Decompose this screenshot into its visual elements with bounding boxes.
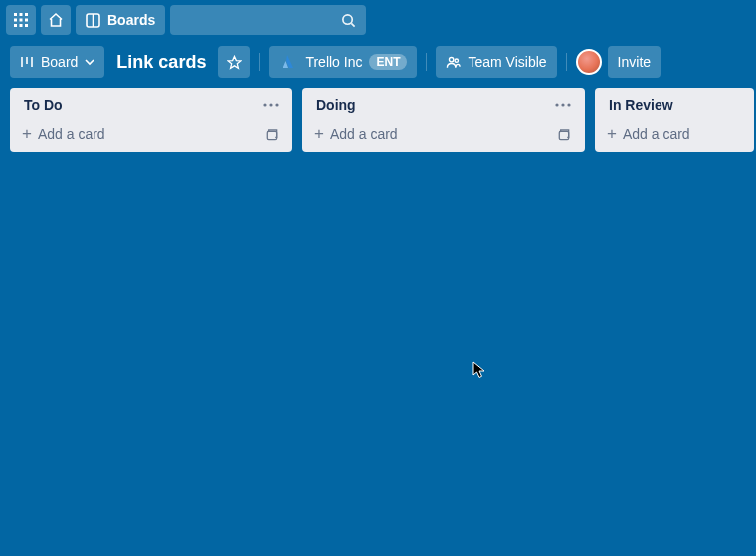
svg-point-20 [269,103,272,106]
list-title[interactable]: Doing [316,97,356,113]
more-icon [263,103,279,107]
svg-point-21 [275,103,278,106]
template-icon [556,127,571,142]
board-view-icon [20,55,34,69]
svg-rect-26 [559,131,568,139]
org-name: Trello Inc [305,54,362,70]
svg-rect-4 [20,19,23,22]
template-button[interactable] [556,127,571,142]
more-icon [555,103,571,107]
chevron-down-icon [85,57,94,67]
apps-button[interactable] [6,5,36,35]
list-menu-button[interactable] [263,103,279,107]
atlassian-icon [279,52,298,72]
svg-rect-2 [25,13,28,16]
plus-icon: + [314,127,324,141]
svg-rect-6 [14,24,17,27]
divider [566,53,567,71]
divider [259,53,260,71]
team-icon [446,55,461,70]
svg-point-23 [555,103,558,106]
list-title[interactable]: To Do [24,97,63,113]
list-title[interactable]: In Review [609,97,673,113]
visibility-button[interactable]: Team Visible [436,46,556,78]
svg-rect-7 [20,24,23,27]
org-badge: ENT [369,54,407,70]
star-button[interactable] [218,46,250,78]
svg-point-12 [343,14,352,23]
switch-view-label: Board [41,54,78,70]
invite-button[interactable]: Invite [608,46,661,78]
add-card-label: Add a card [623,126,690,142]
svg-point-17 [450,57,454,61]
list-inreview: In Review + Add a card [595,88,754,152]
apps-icon [13,12,29,28]
svg-point-19 [263,103,266,106]
svg-line-13 [352,23,355,26]
list-menu-button[interactable] [555,103,571,107]
add-card-button[interactable]: + Add a card [607,126,690,142]
svg-point-25 [567,103,570,106]
board-canvas: To Do + Add a card Doing + Add a ca [0,88,756,152]
search-box[interactable] [170,5,366,35]
template-button[interactable] [264,127,279,142]
svg-rect-1 [20,13,23,16]
home-button[interactable] [41,5,71,35]
switch-view-button[interactable]: Board [10,46,104,78]
org-button[interactable]: Trello Inc ENT [269,46,417,78]
svg-rect-0 [14,13,17,16]
avatar[interactable] [576,49,602,75]
add-card-button[interactable]: + Add a card [314,126,398,142]
boards-icon [86,13,100,28]
template-icon [264,127,279,142]
plus-icon: + [22,127,32,141]
svg-point-18 [456,58,459,61]
top-nav: Boards [0,0,756,40]
add-card-label: Add a card [330,126,398,142]
boards-button[interactable]: Boards [76,5,165,35]
star-icon [227,55,242,70]
add-card-button[interactable]: + Add a card [22,126,105,142]
board-title[interactable]: Link cards [110,46,212,78]
divider [426,53,427,71]
boards-label: Boards [107,12,155,28]
mouse-cursor [472,361,486,379]
home-icon [48,12,64,28]
svg-rect-8 [25,24,28,27]
svg-rect-3 [14,19,17,22]
add-card-label: Add a card [38,126,105,142]
svg-rect-22 [267,131,276,139]
svg-point-24 [561,103,564,106]
plus-icon: + [607,127,617,141]
visibility-label: Team Visible [468,54,546,70]
svg-rect-5 [25,19,28,22]
board-header: Board Link cards Trello Inc ENT Team Vis… [0,40,756,88]
list-todo: To Do + Add a card [10,88,292,152]
list-doing: Doing + Add a card [302,88,585,152]
search-icon [341,13,356,28]
